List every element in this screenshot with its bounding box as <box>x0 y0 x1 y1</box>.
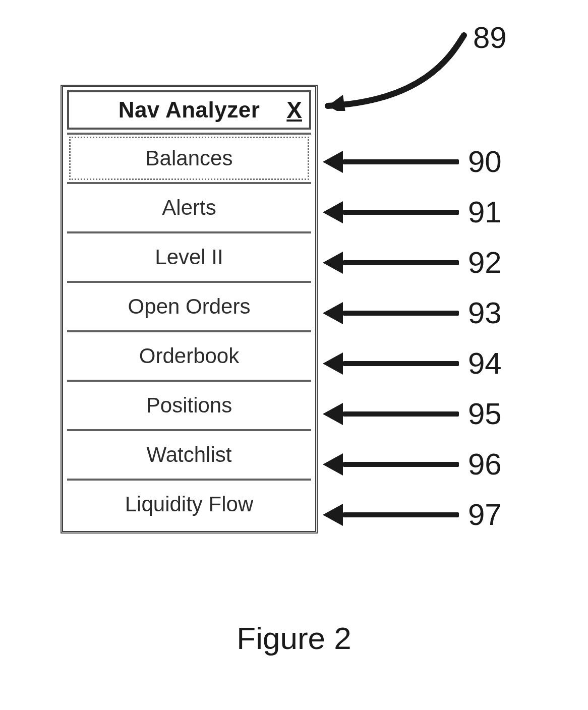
close-icon[interactable]: X <box>286 98 302 122</box>
arrow-shaft <box>343 361 459 366</box>
arrow-shaft <box>343 210 459 215</box>
nav-item-balances[interactable]: Balances <box>67 133 311 182</box>
arrow-head-icon <box>323 504 343 526</box>
nav-item-watchlist[interactable]: Watchlist <box>67 429 311 479</box>
nav-item-alerts[interactable]: Alerts <box>67 182 311 231</box>
arrow-shaft <box>343 512 459 517</box>
nav-item-label: Alerts <box>162 196 216 220</box>
nav-item-label: Liquidity Flow <box>125 492 253 516</box>
callout-93: 93 <box>323 295 502 330</box>
title-bar: Nav Analyzer X <box>67 90 311 130</box>
callout-arrow-89 <box>323 30 474 111</box>
nav-item-open-orders[interactable]: Open Orders <box>67 281 311 330</box>
nav-item-label: Balances <box>146 146 233 170</box>
callout-91: 91 <box>323 195 502 229</box>
arrow-shaft <box>343 311 459 316</box>
nav-item-positions[interactable]: Positions <box>67 380 311 429</box>
callout-number: 96 <box>468 447 502 482</box>
figure-canvas: Nav Analyzer X Balances Alerts Level II … <box>0 0 588 710</box>
arrow-head-icon <box>323 151 343 173</box>
callout-90: 90 <box>323 144 502 179</box>
nav-item-label: Open Orders <box>128 294 251 319</box>
callout-97: 97 <box>323 497 502 532</box>
arrow-head-icon <box>323 403 343 425</box>
callout-number: 95 <box>468 396 502 431</box>
nav-item-list: Balances Alerts Level II Open Orders Ord… <box>63 133 315 531</box>
nav-item-level-ii[interactable]: Level II <box>67 231 311 281</box>
callout-94: 94 <box>323 346 502 381</box>
callout-number: 97 <box>468 497 502 532</box>
figure-caption: Figure 2 <box>0 620 588 656</box>
callout-number: 94 <box>468 346 502 381</box>
callout-92: 92 <box>323 245 502 280</box>
arrow-shaft <box>343 159 459 164</box>
nav-item-orderbook[interactable]: Orderbook <box>67 330 311 380</box>
callout-number: 91 <box>468 195 502 229</box>
arrow-shaft <box>343 260 459 265</box>
arrow-head-icon <box>323 302 343 324</box>
callout-96: 96 <box>323 447 502 482</box>
nav-item-label: Positions <box>146 393 232 418</box>
callout-95: 95 <box>323 396 502 431</box>
callout-number: 89 <box>473 20 507 55</box>
nav-item-liquidity-flow[interactable]: Liquidity Flow <box>67 479 311 528</box>
nav-item-label: Level II <box>155 245 223 269</box>
callout-number: 93 <box>468 295 502 330</box>
callout-number: 90 <box>468 144 502 179</box>
arrow-head-icon <box>323 453 343 476</box>
arrow-shaft <box>343 462 459 467</box>
arrow-head-icon <box>323 352 343 375</box>
callout-89: 89 <box>464 20 507 55</box>
panel-title: Nav Analyzer <box>119 97 260 123</box>
callout-number: 92 <box>468 245 502 280</box>
arrow-shaft <box>343 411 459 417</box>
nav-analyzer-panel: Nav Analyzer X Balances Alerts Level II … <box>61 85 318 534</box>
arrow-head-icon <box>323 252 343 274</box>
nav-item-label: Orderbook <box>139 344 239 368</box>
arrow-head-icon <box>323 201 343 223</box>
nav-item-label: Watchlist <box>147 443 232 467</box>
